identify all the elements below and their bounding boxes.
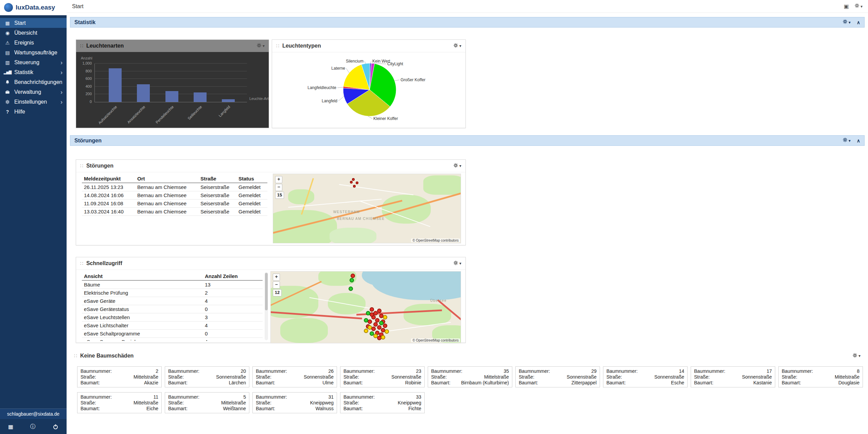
collapse-icon[interactable]: ∧ [857, 138, 860, 143]
y-tick-label: 600 [76, 76, 92, 81]
zoom-out-button[interactable]: − [273, 281, 280, 289]
layout-icon[interactable]: ▣ [844, 3, 849, 10]
map-marker[interactable] [350, 181, 353, 184]
table-row[interactable]: eSave Gerätestatus0 [82, 305, 263, 313]
map-marker[interactable] [349, 287, 353, 291]
map-marker[interactable] [368, 325, 372, 330]
table-cell: 4 [203, 297, 263, 305]
chevron-down-icon: ▾ [858, 354, 861, 358]
power-icon[interactable] [53, 424, 58, 430]
topbar-settings[interactable]: ▾ [854, 3, 863, 10]
table-header-cell: Ansicht [82, 272, 203, 280]
x-category-label: Langfeld [205, 105, 231, 128]
app-logo[interactable]: luxData.easy [0, 0, 67, 15]
table-row[interactable]: eSave Leuchtstellen3 [82, 313, 263, 322]
map-marker[interactable] [356, 181, 358, 184]
sidebar-item-wartungsauftr-ge[interactable]: ▤Wartungsaufträge [0, 48, 67, 57]
sidebar-item-ereignis[interactable]: ⚠Ereignis [0, 38, 67, 48]
card-settings[interactable]: ▾ [256, 43, 265, 49]
map-marker[interactable] [373, 322, 378, 327]
map-marker[interactable] [383, 324, 387, 328]
card-stoerungen: ∷ Störungen ▾ MeldezeitpunktOrtStraßeSta… [76, 159, 466, 245]
collapse-icon[interactable]: ∧ [857, 20, 860, 25]
section-settings[interactable]: ▾ [843, 137, 851, 144]
section-settings[interactable]: ▾ [843, 19, 851, 25]
sidebar-item-label: Einstellungen [14, 99, 47, 105]
map-marker[interactable] [370, 312, 374, 317]
field-value: Kneippweg [398, 400, 421, 406]
map-marker[interactable] [364, 329, 368, 333]
sidebar-item-hilfe[interactable]: ?Hilfe [0, 107, 67, 117]
table-row[interactable]: Elektrische Prüfung2 [82, 289, 263, 297]
zoom-out-button[interactable]: − [275, 184, 282, 191]
table-row[interactable]: Bäume13 [82, 280, 263, 289]
grid-icon: ▦ [4, 20, 11, 26]
sidebar-item-steuerung[interactable]: ▥Steuerung› [0, 57, 67, 67]
map-marker[interactable] [350, 278, 354, 282]
card-settings[interactable]: ▾ [453, 260, 461, 267]
table-row[interactable]: eSave Sequenz-Beziehung4 [82, 338, 263, 341]
table-scrollbar[interactable] [265, 272, 268, 340]
stoerungen-map[interactable]: WESTERHAMBERNAU AM CHIEMSEE+−15© OpenStr… [273, 174, 461, 243]
schnellzugriff-map[interactable]: Übersee+−12© OpenStreetMap contributors [270, 271, 461, 343]
map-marker[interactable] [373, 334, 378, 338]
sidebar-footer: schlagbauer@sixdata.de ▦ ⓘ [0, 409, 67, 434]
table-row[interactable]: 14.08.2024 16:06Bernau am ChiemseeSeiser… [82, 191, 267, 199]
tree-card: Baumnummer:26Straße:SonnenstraßeBaumart:… [252, 366, 337, 387]
drag-handle-icon[interactable]: ∷ [80, 43, 83, 49]
sidebar-item-verwaltung[interactable]: Verwaltung› [0, 87, 67, 97]
zoom-in-button[interactable]: + [273, 274, 280, 281]
sidebar-item-benachrichtigungen[interactable]: Benachrichtigungen [0, 77, 67, 87]
table-head: AnsichtAnzahl Zeilen [82, 272, 263, 280]
table-row[interactable]: 26.11.2025 13:23Bernau am ChiemseeSeiser… [82, 183, 267, 191]
drag-handle-icon[interactable]: ∷ [74, 353, 77, 359]
map-marker[interactable] [351, 274, 355, 278]
table-row[interactable]: eSave Schaltprogramme0 [82, 330, 263, 338]
card-settings[interactable]: ▾ [453, 163, 461, 169]
card-settings[interactable]: ▾ [453, 43, 461, 49]
sidebar-item-statistik[interactable]: ▂▅▇Statistik› [0, 67, 67, 77]
table-row[interactable]: 13.03.2024 16:40Bernau am ChiemseeSeiser… [82, 208, 267, 216]
table-cell: Bäume [82, 280, 203, 289]
map-feature [330, 228, 376, 243]
sidebar-item-start[interactable]: ▦Start [0, 18, 67, 28]
table-cell: Bernau am Chiemsee [135, 183, 198, 191]
apps-icon[interactable]: ▦ [8, 423, 13, 430]
drag-handle-icon[interactable]: ∷ [276, 43, 279, 49]
table-row[interactable]: eSave Lichtschalter4 [82, 322, 263, 330]
gear-icon [854, 3, 860, 10]
map-marker[interactable] [370, 331, 374, 336]
table-cell: Seiserstraße [198, 191, 236, 199]
gear-icon [4, 100, 11, 104]
map-marker[interactable] [352, 178, 355, 181]
tree-card-line: Baumart:Esche [606, 380, 684, 386]
map-marker[interactable] [364, 318, 368, 323]
sidebar-item--bersicht[interactable]: ◉Übersicht [0, 28, 67, 38]
map-marker[interactable] [383, 315, 387, 319]
table-row[interactable]: eSave Geräte4 [82, 297, 263, 305]
section-settings[interactable]: ▾ [852, 353, 861, 359]
map-marker[interactable] [371, 327, 376, 331]
drag-handle-icon[interactable]: ∷ [80, 261, 83, 266]
field-label: Baumnummer: [431, 368, 462, 374]
field-value: Lärchen [229, 380, 246, 386]
map-marker[interactable] [375, 318, 379, 323]
drag-handle-icon[interactable]: ∷ [80, 163, 83, 169]
tree-card: Baumnummer:8Straße:MittelstraßeBaumart:D… [778, 366, 863, 387]
map-marker[interactable] [366, 311, 370, 315]
sidebar-item-einstellungen[interactable]: Einstellungen› [0, 97, 67, 107]
field-value: 26 [328, 368, 334, 374]
zoom-in-button[interactable]: + [275, 176, 282, 183]
field-label: Straße: [343, 374, 359, 380]
table-cell: Bernau am Chiemsee [135, 199, 198, 208]
map-marker[interactable] [379, 321, 384, 325]
field-label: Baumart: [519, 380, 538, 386]
map-marker[interactable] [368, 319, 372, 324]
map-marker[interactable] [381, 335, 385, 340]
map-marker[interactable] [385, 329, 389, 334]
map-marker[interactable] [370, 307, 374, 312]
scrollbar-thumb[interactable] [265, 273, 268, 310]
map-marker[interactable] [353, 185, 356, 188]
table-row[interactable]: 11.09.2024 16:08Bernau am ChiemseeSeiser… [82, 199, 267, 208]
info-icon[interactable]: ⓘ [30, 423, 36, 430]
